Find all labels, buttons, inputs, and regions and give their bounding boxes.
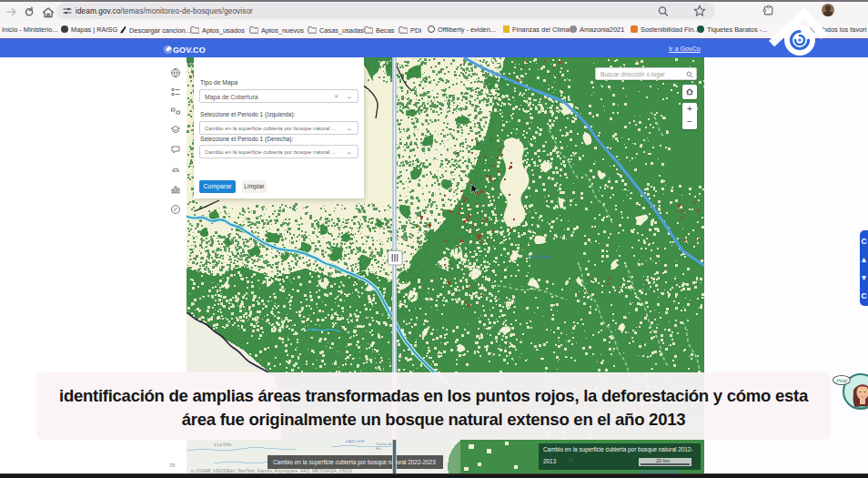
svg-text:Guaviare: Guaviare — [529, 254, 551, 259]
svg-text:Cambio en la superficie cubier: Cambio en la superficie cubierta por bos… — [273, 459, 436, 466]
svg-text:Hu: Hu — [376, 446, 381, 451]
svg-text:2013: 2013 — [543, 458, 557, 464]
svg-text:Cambio en la superficie cubier: Cambio en la superficie cubierta por bos… — [543, 446, 692, 453]
svg-text:20 km: 20 km — [656, 458, 670, 463]
svg-text:a La Niña: a La Niña — [214, 442, 232, 447]
